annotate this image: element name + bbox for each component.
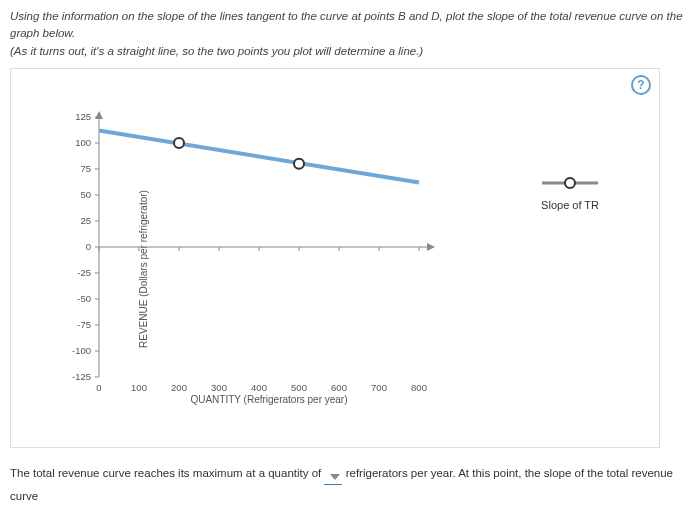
x-axis-label: QUANTITY (Refrigerators per year) [99,394,439,405]
x-ticks [99,247,419,251]
svg-text:400: 400 [251,382,267,393]
legend-label: Slope of TR [541,199,599,211]
plot-region[interactable]: 125 100 75 50 25 0 -25 -50 -75 -100 -125 [99,117,439,377]
svg-text:100: 100 [75,137,91,148]
slope-of-tr-line[interactable] [99,130,419,182]
instructions-text: Using the information on the slope of th… [10,8,690,60]
help-icon: ? [637,78,644,92]
legend: Slope of TR [541,177,599,211]
svg-text:-100: -100 [72,345,91,356]
svg-text:25: 25 [80,215,91,226]
chart-area: REVENUE (Dollars per refrigerator) 125 1… [59,109,629,429]
data-point-b[interactable] [174,138,184,148]
svg-text:-125: -125 [72,371,91,382]
chevron-down-icon [330,474,340,480]
data-point-d[interactable] [294,159,304,169]
x-axis-arrow-icon [427,243,435,251]
x-tick-labels: 0 100 200 300 400 500 600 700 800 [96,382,427,393]
answer-sentence: The total revenue curve reaches its maxi… [10,462,690,510]
svg-text:300: 300 [211,382,227,393]
svg-text:75: 75 [80,163,91,174]
chart-panel: ? REVENUE (Dollars per refrigerator) 125… [10,68,660,448]
svg-text:125: 125 [75,111,91,122]
svg-text:500: 500 [291,382,307,393]
svg-text:800: 800 [411,382,427,393]
svg-text:100: 100 [131,382,147,393]
svg-text:0: 0 [86,241,91,252]
svg-text:50: 50 [80,189,91,200]
svg-text:-25: -25 [77,267,91,278]
y-ticks: 125 100 75 50 25 0 -25 -50 -75 -100 -125 [72,111,99,382]
svg-text:0: 0 [96,382,101,393]
help-button[interactable]: ? [631,75,651,95]
svg-point-41 [565,178,575,188]
chart-svg: 125 100 75 50 25 0 -25 -50 -75 -100 -125 [99,117,439,377]
svg-text:-75: -75 [77,319,91,330]
svg-text:700: 700 [371,382,387,393]
quantity-dropdown[interactable] [324,471,342,485]
legend-symbol-row[interactable] [541,177,599,189]
y-axis-arrow-icon [95,111,103,119]
instructions-line-2: (As it turns out, it's a straight line, … [10,45,423,57]
sentence-part-1: The total revenue curve reaches its maxi… [10,467,324,479]
svg-text:200: 200 [171,382,187,393]
legend-line-point-icon [542,177,598,189]
instructions-line-1: Using the information on the slope of th… [10,10,683,39]
svg-text:-50: -50 [77,293,91,304]
svg-text:600: 600 [331,382,347,393]
